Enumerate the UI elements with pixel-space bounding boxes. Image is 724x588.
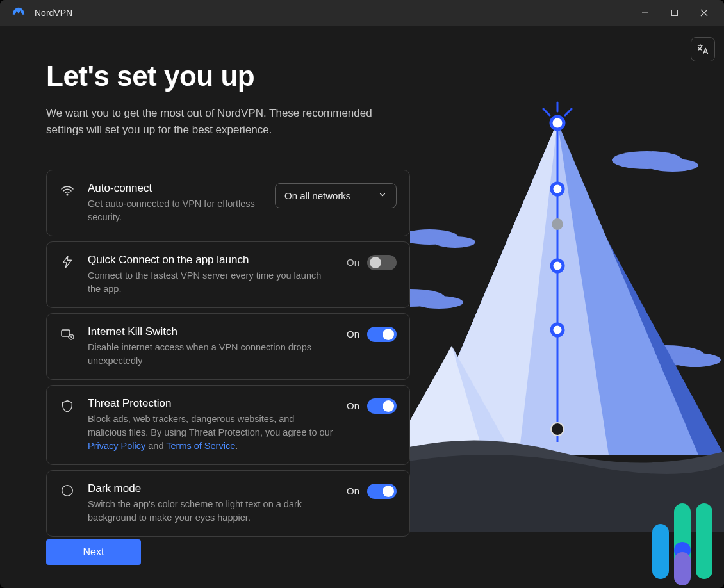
svg-rect-0: [642, 13, 648, 13]
desc-text: and: [148, 441, 166, 451]
chevron-down-icon: [378, 190, 387, 201]
page-subtitle: We want you to get the most out of NordV…: [46, 105, 379, 139]
page-title: Let's set you up: [46, 60, 410, 92]
kill-switch-icon: [58, 325, 76, 342]
setting-title: Internet Kill Switch: [88, 325, 335, 338]
dark-mode-toggle[interactable]: [367, 484, 397, 499]
kill-switch-toggle[interactable]: [367, 327, 397, 342]
maximize-button[interactable]: [660, 0, 689, 26]
setting-title: Auto-connect: [88, 182, 263, 195]
auto-connect-dropdown[interactable]: On all networks: [275, 183, 397, 208]
setting-desc: Switch the app's color scheme to light t…: [88, 498, 335, 525]
app-window: NordVPN Let's set you up We want you to …: [0, 0, 724, 588]
setting-desc: Disable internet access when a VPN conne…: [88, 341, 335, 368]
svg-rect-1: [672, 10, 678, 16]
language-button[interactable]: [691, 37, 715, 61]
threat-protection-toggle[interactable]: [367, 398, 397, 414]
decoration-bar: [674, 552, 691, 585]
titlebar: NordVPN: [0, 0, 724, 26]
svg-point-20: [551, 117, 564, 129]
settings-list: Auto-connect Get auto-connected to VPN f…: [46, 170, 410, 537]
setting-auto-connect: Auto-connect Get auto-connected to VPN f…: [46, 170, 410, 236]
shield-icon: [58, 397, 76, 414]
privacy-policy-link[interactable]: Privacy Policy: [88, 441, 145, 451]
quick-connect-toggle[interactable]: [367, 255, 397, 270]
toggle-label: On: [347, 400, 359, 411]
setting-desc: Connect to the fastest VPN server every …: [88, 269, 335, 296]
app-logo-icon: [12, 6, 26, 20]
dropdown-value: On all networks: [284, 190, 350, 201]
setting-threat-protection: Threat Protection Block ads, web tracker…: [46, 385, 410, 465]
setting-desc: Get auto-connected to VPN for effortless…: [88, 197, 263, 224]
brand-decoration: [652, 503, 712, 579]
svg-line-19: [565, 109, 572, 115]
toggle-label: On: [347, 329, 359, 339]
setting-quick-connect: Quick Connect on the app launch Connect …: [46, 241, 410, 308]
terms-of-service-link[interactable]: Terms of Service: [166, 441, 235, 451]
app-title: NordVPN: [35, 8, 72, 18]
main-panel: Let's set you up We want you to get the …: [0, 26, 410, 588]
setting-title: Threat Protection: [88, 397, 335, 410]
translate-icon: [696, 43, 709, 56]
wifi-icon: [58, 182, 76, 199]
svg-point-13: [670, 353, 721, 367]
svg-point-22: [552, 218, 563, 230]
setting-title: Dark mode: [88, 482, 335, 495]
setting-dark-mode: Dark mode Switch the app's color scheme …: [46, 470, 410, 537]
svg-point-24: [552, 324, 563, 336]
moon-icon: [58, 482, 76, 498]
svg-point-23: [552, 260, 563, 272]
svg-point-9: [434, 236, 475, 248]
svg-point-5: [62, 486, 73, 496]
close-button[interactable]: [689, 0, 719, 26]
svg-point-21: [552, 183, 563, 195]
minimize-button[interactable]: [630, 0, 660, 26]
svg-point-2: [66, 193, 68, 195]
setting-desc: Block ads, web trackers, dangerous websi…: [88, 412, 335, 453]
next-button[interactable]: Next: [46, 539, 141, 565]
svg-line-18: [543, 109, 550, 115]
svg-point-25: [551, 423, 564, 436]
decoration-bar: [652, 524, 669, 579]
desc-text: .: [235, 441, 238, 451]
desc-text: Block ads, web trackers, dangerous websi…: [88, 414, 333, 437]
toggle-label: On: [347, 486, 359, 496]
decoration-bar: [696, 503, 712, 579]
toggle-label: On: [347, 257, 359, 268]
svg-point-11: [415, 296, 463, 309]
setting-kill-switch: Internet Kill Switch Disable internet ac…: [46, 313, 410, 380]
setting-title: Quick Connect on the app launch: [88, 254, 335, 266]
lightning-icon: [58, 254, 76, 269]
svg-point-7: [647, 159, 698, 172]
